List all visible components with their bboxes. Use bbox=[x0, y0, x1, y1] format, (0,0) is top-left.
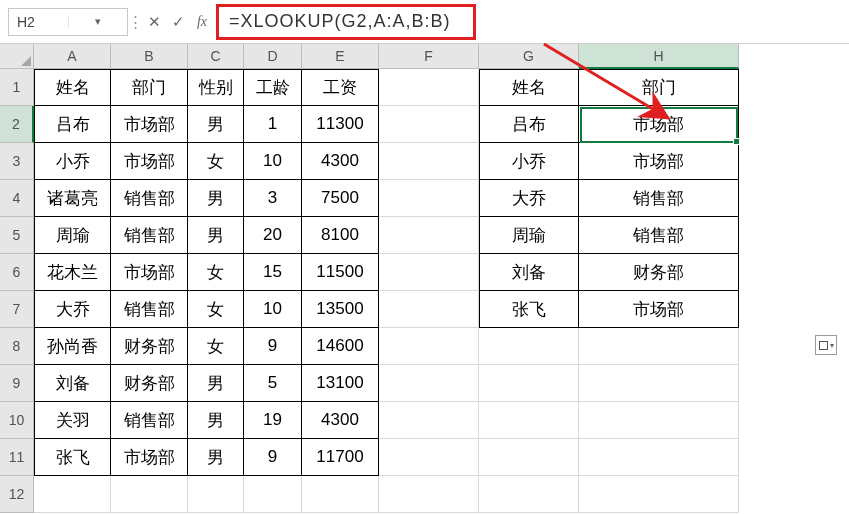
cell-G10[interactable] bbox=[479, 402, 579, 439]
col-header-C[interactable]: C bbox=[188, 44, 244, 69]
cell-G4[interactable]: 大乔 bbox=[479, 180, 579, 217]
cell-F5[interactable] bbox=[379, 217, 479, 254]
cell-H6[interactable]: 财务部 bbox=[579, 254, 739, 291]
cell-D10[interactable]: 19 bbox=[244, 402, 302, 439]
cell-G3[interactable]: 小乔 bbox=[479, 143, 579, 180]
cell-D12[interactable] bbox=[244, 476, 302, 513]
cell-A1[interactable]: 姓名 bbox=[34, 69, 111, 106]
autofill-options-icon[interactable]: ▾ bbox=[815, 335, 837, 355]
col-header-F[interactable]: F bbox=[379, 44, 479, 69]
row-header-11[interactable]: 11 bbox=[0, 439, 34, 476]
cell-G8[interactable] bbox=[479, 328, 579, 365]
row-header-9[interactable]: 9 bbox=[0, 365, 34, 402]
select-all-corner[interactable] bbox=[0, 44, 34, 69]
cell-H4[interactable]: 销售部 bbox=[579, 180, 739, 217]
cell-G1[interactable]: 姓名 bbox=[479, 69, 579, 106]
cell-E5[interactable]: 8100 bbox=[302, 217, 379, 254]
cell-A6[interactable]: 花木兰 bbox=[34, 254, 111, 291]
cell-D7[interactable]: 10 bbox=[244, 291, 302, 328]
cell-H7[interactable]: 市场部 bbox=[579, 291, 739, 328]
cell-B1[interactable]: 部门 bbox=[111, 69, 188, 106]
cell-B3[interactable]: 市场部 bbox=[111, 143, 188, 180]
accept-formula-icon[interactable]: ✓ bbox=[166, 13, 190, 31]
cell-E3[interactable]: 4300 bbox=[302, 143, 379, 180]
cell-E9[interactable]: 13100 bbox=[302, 365, 379, 402]
cell-E12[interactable] bbox=[302, 476, 379, 513]
cell-F1[interactable] bbox=[379, 69, 479, 106]
cell-C1[interactable]: 性别 bbox=[188, 69, 244, 106]
fx-icon[interactable]: fx bbox=[190, 14, 214, 30]
row-header-6[interactable]: 6 bbox=[0, 254, 34, 291]
cell-A5[interactable]: 周瑜 bbox=[34, 217, 111, 254]
cell-H10[interactable] bbox=[579, 402, 739, 439]
cell-H3[interactable]: 市场部 bbox=[579, 143, 739, 180]
row-header-3[interactable]: 3 bbox=[0, 143, 34, 180]
cell-E4[interactable]: 7500 bbox=[302, 180, 379, 217]
cancel-formula-icon[interactable]: ✕ bbox=[142, 13, 166, 31]
cell-A8[interactable]: 孙尚香 bbox=[34, 328, 111, 365]
cell-C10[interactable]: 男 bbox=[188, 402, 244, 439]
cell-D5[interactable]: 20 bbox=[244, 217, 302, 254]
cell-F11[interactable] bbox=[379, 439, 479, 476]
cell-F2[interactable] bbox=[379, 106, 479, 143]
cell-G7[interactable]: 张飞 bbox=[479, 291, 579, 328]
cell-C3[interactable]: 女 bbox=[188, 143, 244, 180]
cell-F9[interactable] bbox=[379, 365, 479, 402]
col-header-H[interactable]: H bbox=[579, 44, 739, 69]
cell-F12[interactable] bbox=[379, 476, 479, 513]
row-header-1[interactable]: 1 bbox=[0, 69, 34, 106]
cell-E10[interactable]: 4300 bbox=[302, 402, 379, 439]
cell-E6[interactable]: 11500 bbox=[302, 254, 379, 291]
col-header-G[interactable]: G bbox=[479, 44, 579, 69]
cell-B12[interactable] bbox=[111, 476, 188, 513]
cell-C2[interactable]: 男 bbox=[188, 106, 244, 143]
cell-C4[interactable]: 男 bbox=[188, 180, 244, 217]
cell-D6[interactable]: 15 bbox=[244, 254, 302, 291]
cell-H12[interactable] bbox=[579, 476, 739, 513]
cell-H11[interactable] bbox=[579, 439, 739, 476]
row-header-8[interactable]: 8 bbox=[0, 328, 34, 365]
cell-B11[interactable]: 市场部 bbox=[111, 439, 188, 476]
cell-B2[interactable]: 市场部 bbox=[111, 106, 188, 143]
cell-H2[interactable]: 市场部 bbox=[579, 106, 739, 143]
cell-A10[interactable]: 关羽 bbox=[34, 402, 111, 439]
cell-C7[interactable]: 女 bbox=[188, 291, 244, 328]
formula-input[interactable]: =XLOOKUP(G2,A:A,B:B) bbox=[229, 11, 451, 32]
cell-A12[interactable] bbox=[34, 476, 111, 513]
cell-H9[interactable] bbox=[579, 365, 739, 402]
cell-A9[interactable]: 刘备 bbox=[34, 365, 111, 402]
cell-D3[interactable]: 10 bbox=[244, 143, 302, 180]
row-header-2[interactable]: 2 bbox=[0, 106, 34, 143]
cell-G9[interactable] bbox=[479, 365, 579, 402]
col-header-B[interactable]: B bbox=[111, 44, 188, 69]
cell-G5[interactable]: 周瑜 bbox=[479, 217, 579, 254]
cell-F10[interactable] bbox=[379, 402, 479, 439]
cell-D9[interactable]: 5 bbox=[244, 365, 302, 402]
cell-A3[interactable]: 小乔 bbox=[34, 143, 111, 180]
cell-C9[interactable]: 男 bbox=[188, 365, 244, 402]
cell-E8[interactable]: 14600 bbox=[302, 328, 379, 365]
cell-C8[interactable]: 女 bbox=[188, 328, 244, 365]
cell-A7[interactable]: 大乔 bbox=[34, 291, 111, 328]
cell-C6[interactable]: 女 bbox=[188, 254, 244, 291]
cell-A2[interactable]: 吕布 bbox=[34, 106, 111, 143]
row-header-12[interactable]: 12 bbox=[0, 476, 34, 513]
cell-E11[interactable]: 11700 bbox=[302, 439, 379, 476]
cell-B4[interactable]: 销售部 bbox=[111, 180, 188, 217]
chevron-down-icon[interactable]: ▾ bbox=[68, 15, 128, 28]
cell-H1[interactable]: 部门 bbox=[579, 69, 739, 106]
cell-A11[interactable]: 张飞 bbox=[34, 439, 111, 476]
col-header-A[interactable]: A bbox=[34, 44, 111, 69]
cell-B7[interactable]: 销售部 bbox=[111, 291, 188, 328]
cell-G6[interactable]: 刘备 bbox=[479, 254, 579, 291]
cell-E2[interactable]: 11300 bbox=[302, 106, 379, 143]
name-box[interactable]: H2 ▾ bbox=[8, 8, 128, 36]
cell-F4[interactable] bbox=[379, 180, 479, 217]
cell-H8[interactable] bbox=[579, 328, 739, 365]
row-header-10[interactable]: 10 bbox=[0, 402, 34, 439]
cell-D1[interactable]: 工龄 bbox=[244, 69, 302, 106]
cell-G2[interactable]: 吕布 bbox=[479, 106, 579, 143]
cell-C11[interactable]: 男 bbox=[188, 439, 244, 476]
cell-F8[interactable] bbox=[379, 328, 479, 365]
row-header-4[interactable]: 4 bbox=[0, 180, 34, 217]
